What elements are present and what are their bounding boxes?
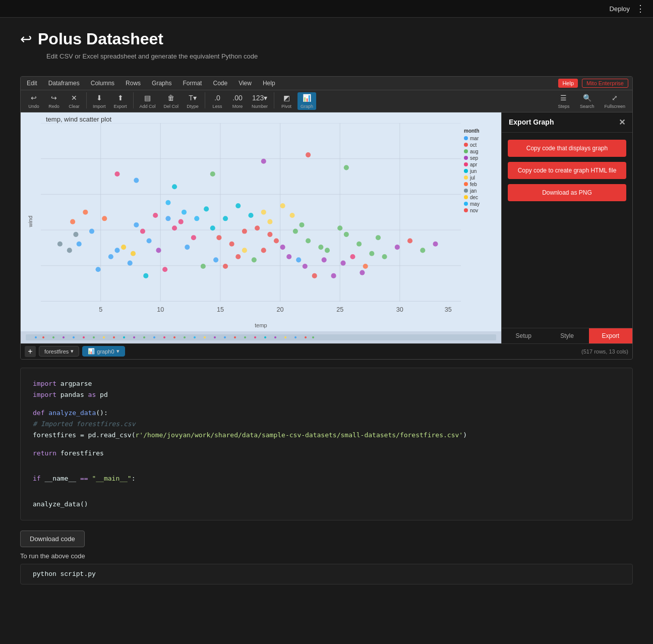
- minimap-strip[interactable]: [21, 331, 501, 343]
- svg-point-115: [73, 336, 75, 338]
- add-tab-button[interactable]: +: [25, 346, 36, 357]
- steps-label: Steps: [558, 104, 569, 109]
- toolbar-number[interactable]: 123▾ Number: [249, 92, 271, 110]
- toolbar-import[interactable]: ⬇ Import: [90, 92, 109, 110]
- toolbar-dtype[interactable]: T▾ Dtype: [184, 92, 202, 110]
- menu-graphs[interactable]: Graphs: [150, 79, 173, 88]
- svg-point-121: [133, 336, 135, 338]
- download-code-button[interactable]: Download code: [20, 531, 85, 547]
- svg-point-68: [223, 216, 228, 221]
- svg-point-109: [172, 184, 177, 189]
- steps-icon: ☰: [560, 93, 567, 103]
- menu-columns[interactable]: Columns: [89, 79, 116, 88]
- scatter-svg: 0 2 4 6 8 10 5 10 15 20 25 30 35: [41, 123, 461, 320]
- menu-rows[interactable]: Rows: [124, 79, 143, 88]
- toolbar-redo[interactable]: ↪ Redo: [45, 92, 63, 110]
- toolbar-export[interactable]: ⬆ Export: [111, 92, 130, 110]
- svg-point-84: [165, 200, 170, 205]
- toolbar-clear[interactable]: ✕ Clear: [65, 92, 83, 110]
- svg-point-122: [143, 336, 145, 338]
- svg-point-105: [306, 152, 311, 157]
- spreadsheet-container: Edit Dataframes Columns Rows Graphs Form…: [20, 76, 633, 360]
- sheet-tab-forestfires[interactable]: forestfires ▾: [39, 346, 79, 357]
- legend-item-oct: oct: [464, 142, 498, 148]
- menu-view[interactable]: View: [236, 79, 254, 88]
- panel-tabs: Setup Style Export: [502, 328, 632, 343]
- svg-text:20: 20: [277, 306, 284, 313]
- toolbar-less[interactable]: .0 Less: [208, 92, 226, 110]
- svg-point-52: [318, 245, 323, 250]
- code-line-4: # Imported forestfires.csv: [33, 419, 620, 430]
- svg-point-66: [179, 219, 184, 224]
- toolbar-fullscreen[interactable]: ⤢ Fullscreen: [601, 92, 628, 110]
- svg-point-83: [131, 251, 136, 256]
- svg-point-125: [173, 336, 175, 338]
- tab-bar: + forestfires ▾ 📊 graph0 ▾ (517 rows, 13…: [21, 343, 632, 359]
- svg-point-44: [267, 231, 272, 237]
- copy-display-code-button[interactable]: Copy code that displays graph: [508, 140, 626, 157]
- svg-point-131: [234, 336, 236, 338]
- help-button[interactable]: Help: [558, 79, 578, 88]
- svg-point-124: [163, 336, 165, 338]
- less-label: Less: [213, 104, 222, 109]
- legend-item-jan: jan: [464, 188, 498, 194]
- del-col-label: Del Col: [164, 104, 179, 109]
- copy-html-code-button[interactable]: Copy code to create graph HTML file: [508, 162, 626, 179]
- less-icon: .0: [214, 93, 220, 103]
- panel-tab-export[interactable]: Export: [589, 328, 632, 343]
- svg-point-137: [294, 336, 296, 338]
- toolbar-del-col[interactable]: 🗑 Del Col: [161, 92, 182, 110]
- plot-title: temp, wind scatter plot: [21, 112, 501, 123]
- menu-dots-icon[interactable]: ⋮: [636, 3, 645, 14]
- panel-tab-setup[interactable]: Setup: [502, 328, 545, 343]
- menu-edit[interactable]: Edit: [25, 79, 39, 88]
- menu-help[interactable]: Help: [261, 79, 277, 88]
- deploy-button[interactable]: Deploy: [610, 5, 630, 13]
- menu-format[interactable]: Format: [181, 79, 204, 88]
- svg-point-70: [210, 225, 215, 230]
- number-icon: 123▾: [252, 93, 267, 103]
- export-panel: Export Graph ✕ Copy code that displays g…: [501, 112, 632, 343]
- svg-point-100: [296, 257, 301, 262]
- toolbar-undo[interactable]: ↩ Undo: [25, 92, 43, 110]
- more-label: More: [232, 104, 243, 109]
- svg-point-97: [156, 248, 161, 253]
- toolbar-graph[interactable]: 📊 Graph: [298, 92, 316, 110]
- svg-point-89: [407, 238, 412, 243]
- svg-point-72: [261, 209, 266, 214]
- svg-point-47: [325, 248, 330, 253]
- toolbar-add-col[interactable]: ▤ Add Col: [137, 92, 159, 110]
- row-count: (517 rows, 13 cols): [581, 348, 628, 355]
- svg-point-94: [213, 257, 218, 262]
- pivot-label: Pivot: [281, 104, 291, 109]
- svg-point-106: [344, 165, 349, 170]
- mito-enterprise-button[interactable]: Mito Enterprise: [582, 79, 628, 88]
- toolbar-pivot[interactable]: ◩ Pivot: [277, 92, 295, 110]
- code-line-2: import pandas as pd: [33, 389, 620, 400]
- toolbar-search[interactable]: 🔍 Search: [577, 92, 598, 110]
- clear-label: Clear: [69, 104, 80, 109]
- download-png-button[interactable]: Download as PNG: [508, 184, 626, 201]
- export-close-button[interactable]: ✕: [619, 118, 625, 127]
- svg-point-55: [286, 254, 291, 259]
- svg-point-37: [242, 228, 247, 233]
- x-axis-label: temp: [21, 320, 501, 331]
- svg-point-48: [344, 231, 349, 237]
- download-section: Download code: [20, 531, 633, 547]
- search-icon: 🔍: [583, 93, 591, 103]
- menu-code[interactable]: Code: [211, 79, 229, 88]
- menu-dataframes[interactable]: Dataframes: [46, 79, 82, 88]
- toolbar-more[interactable]: .00 More: [228, 92, 247, 110]
- toolbar-left: ↩ Undo ↪ Redo ✕ Clear ⬇ Import ⬆ Export: [25, 92, 316, 110]
- svg-text:5: 5: [99, 306, 102, 313]
- legend-item-sep: sep: [464, 155, 498, 161]
- legend-item-jun: jun: [464, 168, 498, 174]
- toolbar-divider-2: [133, 92, 134, 108]
- toolbar-divider-4: [274, 92, 274, 108]
- toolbar-steps[interactable]: ☰ Steps: [555, 92, 573, 110]
- svg-point-45: [293, 228, 298, 233]
- legend-item-aug: aug: [464, 149, 498, 154]
- panel-tab-style[interactable]: Style: [545, 328, 588, 343]
- graph-icon-tab: 📊: [88, 348, 95, 355]
- sheet-tab-graph0[interactable]: 📊 graph0 ▾: [82, 346, 125, 357]
